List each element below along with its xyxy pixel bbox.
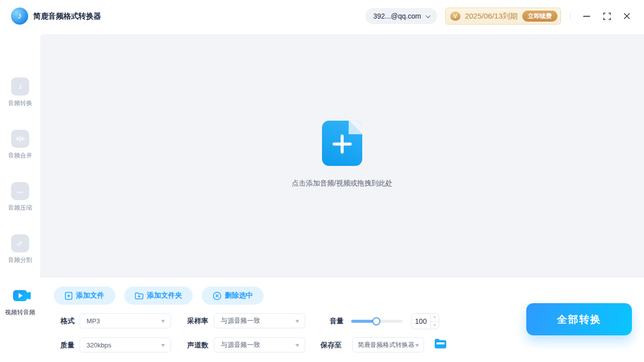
dropdown-arrow-icon: ▼ (160, 318, 167, 324)
file-list-panel: 点击添加音频/视频或拖拽到此处 (40, 34, 644, 278)
vip-expiry-text: 2025/06/13到期 (465, 12, 518, 21)
sample-rate-value: 与源音频一致 (221, 316, 260, 325)
quality-label: 质量 (60, 337, 74, 352)
app-window: ♪ 简鹿音频格式转换器 392...@qq.com V 2025/06/13到期… (0, 0, 644, 362)
format-label: 格式 (60, 313, 74, 328)
minimize-button[interactable] (579, 8, 595, 24)
channels-label: 声道数 (187, 337, 208, 352)
channels-value: 与源音频一致 (221, 340, 260, 349)
brand: ♪ 简鹿音频格式转换器 (11, 8, 101, 25)
chevron-down-icon (426, 13, 431, 18)
vip-badge: V 2025/06/13到期 立即续费 (445, 8, 561, 25)
spinner-down-button[interactable]: ∨ (431, 322, 439, 329)
close-button[interactable] (619, 8, 635, 24)
renew-button[interactable]: 立即续费 (522, 11, 557, 22)
save-to-value: 简鹿音频格式转换器 (358, 341, 415, 349)
delete-selected-button[interactable]: 删除选中 (202, 287, 264, 305)
delete-selected-label: 删除选中 (225, 291, 253, 300)
sample-rate-dropdown[interactable]: 与源音频一致 ▼ (214, 313, 305, 328)
convert-all-button[interactable]: 全部转换 (526, 303, 632, 335)
app-logo-icon: ♪ (11, 8, 28, 25)
divider (570, 12, 571, 21)
folder-icon (434, 338, 447, 349)
account-dropdown[interactable]: 392...@qq.com (365, 8, 437, 24)
merge-arrows-icon (11, 130, 29, 148)
sidebar-item-label: 音频合并 (0, 151, 40, 160)
volume-input[interactable]: 100 ∧ ∨ (411, 313, 439, 329)
maximize-button[interactable] (599, 8, 615, 24)
spinner-up-button[interactable]: ∧ (431, 314, 439, 322)
compress-file-icon: ••• (11, 182, 29, 200)
quality-value: 320kbps (87, 341, 111, 349)
add-file-plus-icon[interactable] (322, 121, 362, 166)
sample-rate-label: 采样率 (187, 313, 208, 328)
folder-plus-icon (135, 292, 143, 300)
save-to-label: 保存至 (320, 337, 342, 352)
sidebar-item-label: 音频分割 (0, 256, 40, 264)
account-label: 392...@qq.com (373, 12, 421, 20)
add-file-label: 添加文件 (76, 291, 104, 300)
dropdown-arrow-icon: ▼ (414, 342, 421, 348)
sidebar-item-audio-compress[interactable]: ••• 音频压缩 (0, 182, 40, 212)
dropdown-arrow-icon: ▼ (294, 342, 301, 348)
save-to-dropdown[interactable]: 简鹿音频格式转换器 ▼ (352, 337, 424, 352)
sidebar-item-audio-merge[interactable]: 音频合并 (0, 130, 40, 160)
music-note-icon: ♪ (11, 77, 29, 96)
sidebar-item-audio-convert[interactable]: ♪ 音频转换 (0, 77, 40, 108)
open-folder-button[interactable] (434, 338, 447, 350)
topbar: ♪ 简鹿音频格式转换器 392...@qq.com V 2025/06/13到期… (0, 0, 644, 32)
app-title: 简鹿音频格式转换器 (33, 12, 101, 21)
topbar-right: 392...@qq.com V 2025/06/13到期 立即续费 (365, 8, 635, 25)
format-value: MP3 (87, 317, 100, 325)
vip-heart-icon: V (450, 12, 460, 21)
format-dropdown[interactable]: MP3 ▼ (79, 313, 171, 328)
volume-slider-thumb[interactable] (372, 317, 380, 325)
file-plus-icon (65, 292, 72, 300)
dropzone-hint: 点击添加音频/视频或拖拽到此处 (40, 179, 644, 188)
volume-slider[interactable] (351, 320, 403, 323)
sidebar: ♪ 音频转换 音频合并 ••• 音频压缩 ✂ 音频分割 视频转音频 (0, 32, 40, 362)
dropdown-arrow-icon: ▼ (294, 318, 301, 324)
circle-x-icon (213, 292, 221, 300)
dropzone[interactable]: 点击添加音频/视频或拖拽到此处 (40, 34, 644, 278)
channels-dropdown[interactable]: 与源音频一致 ▼ (214, 337, 305, 352)
sidebar-item-video-to-audio[interactable]: 视频转音频 (0, 287, 40, 317)
quality-dropdown[interactable]: 320kbps ▼ (79, 337, 171, 352)
dropdown-arrow-icon: ▼ (160, 342, 167, 348)
add-folder-button[interactable]: 添加文件夹 (124, 287, 193, 305)
add-folder-label: 添加文件夹 (147, 291, 182, 300)
scissors-icon: ✂ (11, 234, 29, 252)
sidebar-item-label: 视频转音频 (0, 308, 40, 317)
sidebar-item-label: 音频压缩 (0, 204, 40, 212)
video-camera-icon (11, 287, 29, 305)
add-file-button[interactable]: 添加文件 (54, 287, 115, 305)
window-controls (579, 8, 635, 24)
volume-spinner: ∧ ∨ (430, 314, 439, 329)
volume-value: 100 (412, 314, 430, 329)
volume-label: 音量 (330, 313, 344, 328)
sidebar-item-label: 音频转换 (0, 99, 40, 108)
sidebar-item-audio-split[interactable]: ✂ 音频分割 (0, 234, 40, 264)
